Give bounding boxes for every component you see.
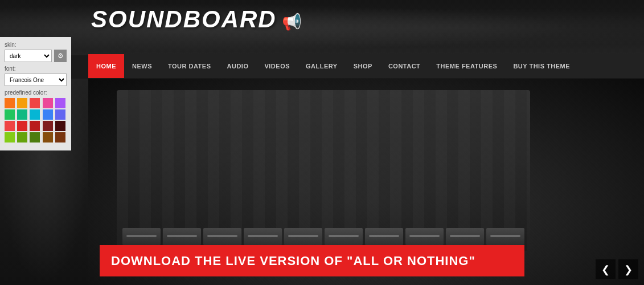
color-swatch-6[interactable] (17, 109, 27, 120)
site-logo: SOUNDBOARD 📢 (91, 6, 302, 33)
color-swatch-12[interactable] (30, 121, 40, 131)
color-grid (5, 98, 67, 142)
navbar: HOMENEWSTOUR DATESAUDIOVIDEOSGALLERYSHOP… (88, 54, 644, 78)
nav-item-contact[interactable]: CONTACT (380, 54, 428, 78)
color-swatch-4[interactable] (55, 98, 65, 108)
skin-label: skin: (5, 42, 67, 48)
fader-8 (405, 228, 444, 245)
gear-button[interactable]: ⚙ (54, 50, 67, 62)
color-swatch-17[interactable] (30, 132, 40, 142)
color-swatch-7[interactable] (30, 109, 40, 120)
fader-10 (486, 228, 524, 245)
download-text: DOWNLOAD THE LIVE VERSION OF "ALL OR NOT… (111, 254, 475, 268)
font-select[interactable]: Francois One Arial Roboto (5, 74, 67, 86)
color-swatch-16[interactable] (17, 132, 27, 142)
fader-1 (122, 228, 161, 245)
customizer-panel: skin: dark light ⚙ font: Francois One Ar… (0, 37, 71, 150)
font-select-wrapper: Francois One Arial Roboto (5, 74, 67, 86)
fader-9 (446, 228, 484, 245)
color-swatch-14[interactable] (55, 121, 65, 131)
color-swatch-5[interactable] (5, 109, 15, 120)
color-swatch-19[interactable] (55, 132, 65, 142)
nav-item-audio[interactable]: AUDIO (219, 54, 257, 78)
skin-row: skin: dark light ⚙ (5, 42, 67, 62)
color-swatch-9[interactable] (55, 109, 65, 120)
color-swatch-0[interactable] (5, 98, 15, 108)
fader-3 (203, 228, 241, 245)
nav-item-shop[interactable]: SHOP (346, 54, 380, 78)
nav-item-tour-dates[interactable]: TOUR DATES (160, 54, 219, 78)
color-swatch-13[interactable] (43, 121, 53, 131)
nav-item-videos[interactable]: VIDEOS (256, 54, 298, 78)
font-label: font: (5, 66, 67, 72)
nav-item-gallery[interactable]: GALLERY (298, 54, 346, 78)
nav-item-news[interactable]: NEWS (124, 54, 160, 78)
fader-5 (284, 228, 322, 245)
color-swatch-2[interactable] (30, 98, 40, 108)
logo-text: SOUNDBOARD (91, 6, 277, 32)
font-row: font: Francois One Arial Roboto (5, 66, 67, 86)
fader-row (122, 228, 524, 245)
download-banner[interactable]: DOWNLOAD THE LIVE VERSION OF "ALL OR NOT… (100, 245, 524, 276)
skin-select-wrapper: dark light ⚙ (5, 50, 67, 62)
slider-prev-button[interactable]: ❮ (596, 259, 616, 279)
logo-icon: 📢 (282, 13, 302, 31)
nav-item-home[interactable]: HOME (88, 54, 124, 78)
color-label: predefined color: (5, 89, 67, 96)
fader-4 (244, 228, 282, 245)
hero-section: DOWNLOAD THE LIVE VERSION OF "ALL OR NOT… (88, 79, 644, 285)
nav-item-theme-features[interactable]: THEME FEATURES (428, 54, 505, 78)
fader-2 (163, 228, 201, 245)
mixing-board (117, 90, 530, 251)
color-swatch-1[interactable] (17, 98, 27, 108)
fader-7 (365, 228, 403, 245)
slider-next-button[interactable]: ❯ (618, 259, 638, 279)
color-swatch-3[interactable] (43, 98, 53, 108)
color-swatch-8[interactable] (43, 109, 53, 120)
color-swatch-18[interactable] (43, 132, 53, 142)
color-swatch-11[interactable] (17, 121, 27, 131)
fader-6 (325, 228, 363, 245)
skin-select[interactable]: dark light (5, 50, 52, 62)
color-swatch-15[interactable] (5, 132, 15, 142)
color-row: predefined color: (5, 89, 67, 142)
color-swatch-10[interactable] (5, 121, 15, 131)
nav-item-buy-this-theme[interactable]: BUY THIS THEME (505, 54, 578, 78)
